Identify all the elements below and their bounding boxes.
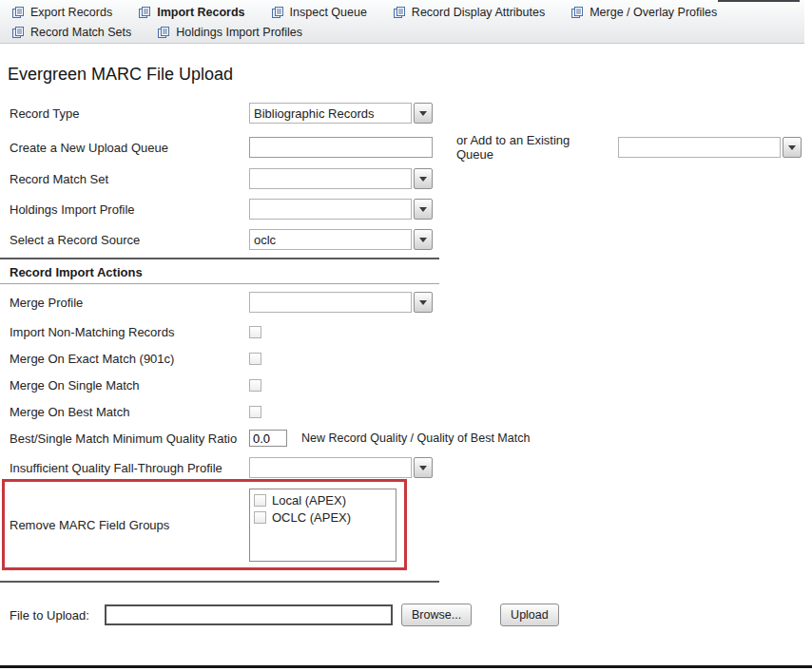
- nav-label: Import Records: [157, 6, 244, 19]
- chevron-down-icon: [419, 207, 427, 212]
- window-top-edge: [718, 0, 800, 2]
- nav-label: Holdings Import Profiles: [176, 26, 302, 39]
- quality-ratio-input[interactable]: [249, 430, 287, 447]
- record-type-value: Bibliographic Records: [249, 103, 412, 124]
- merge-exact-match-row: Merge On Exact Match (901c): [10, 350, 812, 367]
- quality-ratio-hint: New Record Quality / Quality of Best Mat…: [301, 431, 530, 445]
- dropdown-button[interactable]: [414, 199, 433, 220]
- record-match-set-label: Record Match Set: [10, 172, 249, 186]
- toolbar-row-1: Export Records Import Records Inspect Qu…: [0, 0, 804, 22]
- window-bottom-edge: [0, 665, 812, 668]
- file-upload-input[interactable]: [105, 604, 393, 625]
- chevron-down-icon: [419, 238, 427, 242]
- local-apex-checkbox[interactable]: [254, 494, 266, 507]
- fall-through-profile-select[interactable]: [249, 457, 433, 478]
- section-divider: [0, 258, 439, 259]
- nav-holdings-import-profiles[interactable]: Holdings Import Profiles: [157, 26, 302, 39]
- merge-single-match-row: Merge On Single Match: [10, 376, 812, 393]
- record-source-label: Select a Record Source: [10, 233, 249, 247]
- nav-label: Export Records: [30, 6, 112, 19]
- merge-single-match-label: Merge On Single Match: [10, 378, 249, 393]
- holdings-import-profile-select[interactable]: [249, 199, 433, 220]
- oclc-apex-checkbox[interactable]: [254, 511, 266, 524]
- remove-marc-groups-highlight: Remove MARC Field Groups Local (APEX) OC…: [2, 479, 407, 570]
- record-type-row: Record Type Bibliographic Records: [10, 103, 812, 124]
- merge-single-match-checkbox[interactable]: [249, 379, 261, 392]
- record-match-set-select[interactable]: [249, 168, 433, 189]
- holdings-import-profile-label: Holdings Import Profile: [10, 202, 249, 217]
- nav-label: Inspect Queue: [290, 6, 367, 19]
- remove-marc-groups-label: Remove MARC Field Groups: [10, 518, 249, 532]
- holdings-import-profile-value: [249, 199, 412, 220]
- import-non-matching-row: Import Non-Matching Records: [10, 323, 812, 340]
- record-source-row: Select a Record Source oclc: [10, 229, 812, 250]
- merge-best-match-checkbox[interactable]: [249, 406, 261, 418]
- section-header: Record Import Actions: [10, 265, 812, 279]
- merge-profile-select[interactable]: [249, 292, 433, 313]
- local-apex-label: Local (APEX): [272, 493, 346, 508]
- upload-form: Record Type Bibliographic Records Create…: [0, 103, 812, 626]
- dropdown-button[interactable]: [414, 457, 433, 478]
- record-type-label: Record Type: [10, 106, 249, 121]
- dropdown-button[interactable]: [414, 229, 433, 250]
- holdings-import-profile-row: Holdings Import Profile: [10, 199, 812, 220]
- existing-queue-value: [618, 137, 781, 158]
- nav-inspect-queue[interactable]: Inspect Queue: [271, 6, 367, 19]
- merge-profile-value: [249, 292, 412, 313]
- merge-best-match-label: Merge On Best Match: [10, 405, 249, 419]
- merge-exact-match-checkbox[interactable]: [249, 353, 261, 365]
- upload-button[interactable]: Upload: [500, 604, 559, 626]
- section-divider: [0, 581, 439, 583]
- records-icon: [138, 6, 151, 19]
- quality-ratio-row: Best/Single Match Minimum Quality Ratio …: [10, 430, 812, 447]
- nav-merge-overlay-profiles[interactable]: Merge / Overlay Profiles: [570, 6, 717, 19]
- toolbar-row-2: Record Match Sets Holdings Import Profil…: [0, 22, 804, 42]
- records-icon: [11, 26, 25, 39]
- create-queue-input[interactable]: [249, 137, 433, 158]
- dropdown-button[interactable]: [414, 103, 433, 124]
- browse-button[interactable]: Browse...: [401, 604, 472, 626]
- page-title: Evergreen MARC File Upload: [8, 65, 812, 85]
- nav-label: Record Display Attributes: [412, 6, 545, 19]
- nav-import-records[interactable]: Import Records: [138, 6, 244, 19]
- nav-export-records[interactable]: Export Records: [11, 6, 112, 19]
- record-type-select[interactable]: Bibliographic Records: [249, 103, 433, 124]
- oclc-apex-label: OCLC (APEX): [272, 510, 351, 525]
- records-icon: [570, 6, 584, 19]
- dropdown-button[interactable]: [783, 137, 802, 158]
- import-non-matching-checkbox[interactable]: [249, 326, 261, 338]
- merge-best-match-row: Merge On Best Match: [10, 403, 812, 420]
- records-icon: [11, 6, 25, 19]
- chevron-down-icon: [419, 466, 427, 470]
- import-non-matching-label: Import Non-Matching Records: [10, 325, 249, 339]
- list-item[interactable]: Local (APEX): [254, 492, 396, 509]
- list-item[interactable]: OCLC (APEX): [254, 509, 396, 527]
- merge-profile-row: Merge Profile: [10, 292, 812, 313]
- nav-record-display-attributes[interactable]: Record Display Attributes: [393, 6, 545, 19]
- file-upload-label: File to Upload:: [10, 608, 105, 623]
- quality-ratio-label: Best/Single Match Minimum Quality Ratio: [10, 431, 249, 446]
- nav-record-match-sets[interactable]: Record Match Sets: [11, 26, 131, 39]
- records-icon: [157, 26, 170, 39]
- fall-through-profile-label: Insufficient Quality Fall-Through Profil…: [10, 461, 249, 475]
- existing-queue-select[interactable]: [618, 137, 802, 158]
- merge-exact-match-label: Merge On Exact Match (901c): [10, 352, 249, 366]
- nav-label: Record Match Sets: [30, 26, 131, 39]
- merge-profile-label: Merge Profile: [10, 296, 249, 310]
- records-icon: [393, 6, 406, 19]
- nav-label: Merge / Overlay Profiles: [590, 6, 717, 19]
- chevron-down-icon: [788, 145, 796, 150]
- dropdown-button[interactable]: [414, 168, 433, 189]
- record-source-select[interactable]: oclc: [249, 229, 433, 250]
- record-match-set-row: Record Match Set: [10, 168, 812, 189]
- upload-queue-row: Create a New Upload Queue or Add to an E…: [10, 133, 812, 162]
- file-upload-row: File to Upload: Browse... Upload: [10, 604, 812, 626]
- fall-through-profile-row: Insufficient Quality Fall-Through Profil…: [10, 457, 812, 478]
- remove-marc-groups-listbox[interactable]: Local (APEX) OCLC (APEX): [249, 489, 396, 562]
- records-icon: [271, 6, 284, 19]
- existing-queue-label: or Add to an Existing Queue: [456, 133, 572, 162]
- fall-through-profile-value: [249, 457, 412, 478]
- dropdown-button[interactable]: [414, 292, 433, 313]
- top-toolbar: Export Records Import Records Inspect Qu…: [0, 0, 804, 44]
- create-queue-label: Create a New Upload Queue: [10, 141, 249, 155]
